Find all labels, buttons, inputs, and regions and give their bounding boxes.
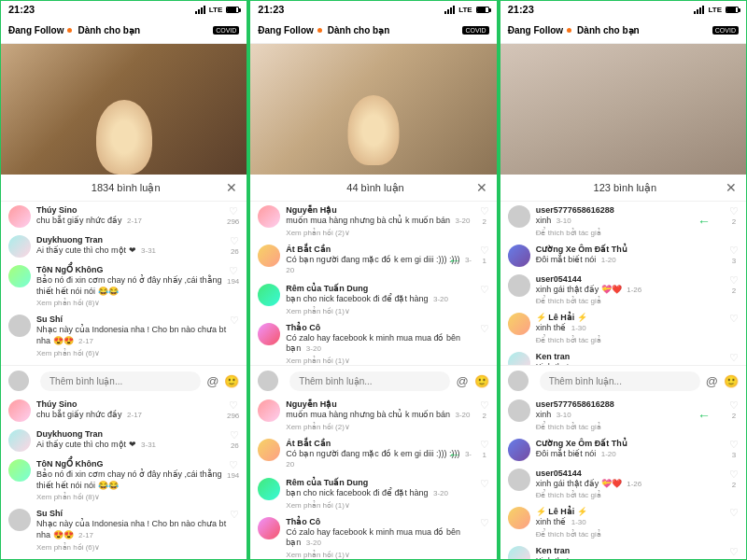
comment-username-center-0: Nguyễn Hậu — [286, 399, 475, 409]
heart-icon-left-1[interactable]: ♡ — [230, 429, 239, 441]
comment-input-bar-center: @ 🙂 — [250, 365, 496, 396]
comment-body-right-3: ⚡ Lê Hải ⚡ xinh thế 1-30 Để thích bởi tá… — [536, 313, 726, 344]
comment-reply-center-2[interactable]: Xem phản hồi (1)∨ — [286, 307, 475, 315]
comment-reply-right-2[interactable]: Để thích bởi tác giả — [536, 297, 726, 305]
avatar-left-1 — [8, 235, 31, 258]
heart-icon-left-0[interactable]: ♡ — [229, 205, 238, 217]
comment-text-center-0: muốn mua hàng nhưng bà chủ k muốn bán 3-… — [286, 216, 475, 227]
likes-count-center-1: 1 — [482, 451, 486, 459]
comment-reply-center-3[interactable]: Xem phản hồi (1)∨ — [286, 357, 475, 365]
comment-likes-center-2: ♡ — [480, 478, 489, 490]
comment-text-right-2: xinh gái thật đấy 💝❤️ 1-26 — [536, 285, 726, 296]
comment-item: user5777658616288 xinh 3-10 Để thích bởi… — [508, 205, 739, 237]
at-icon-left[interactable]: @ — [206, 374, 218, 388]
heart-icon-right-4[interactable]: ♡ — [729, 352, 739, 364]
comment-input-right[interactable] — [540, 371, 700, 391]
comment-likes-right-4: ♡ 2 — [729, 546, 739, 559]
comments-count-right: 123 bình luận — [525, 182, 726, 194]
heart-icon-center-3[interactable]: ♡ — [480, 323, 489, 335]
comment-reply-left-3[interactable]: Xem phản hồi (6)∨ — [36, 349, 226, 357]
heart-icon-center-1[interactable]: ♡ — [480, 245, 489, 257]
comment-reply-center-0[interactable]: Xem phản hồi (2)∨ — [286, 423, 475, 431]
comment-item: Su Shí Nhạc này của Indonesia nha ! Cho … — [8, 315, 239, 357]
comment-item: TôN NgỔ KhônG Bảo nó đi xin cơm chay nó … — [8, 265, 239, 307]
comment-reply-left-2[interactable]: Xem phản hồi (8)∨ — [36, 299, 223, 307]
comment-reply-center-0[interactable]: Xem phản hồi (2)∨ — [286, 229, 475, 237]
heart-icon-right-1[interactable]: ♡ — [729, 439, 739, 451]
comment-reply-right-2[interactable]: Để thích bởi tác giả — [536, 491, 726, 499]
comment-reply-right-0[interactable]: Để thích bởi tác giả — [536, 423, 726, 431]
heart-icon-right-3[interactable]: ♡ — [729, 313, 739, 325]
emoji-icon-right[interactable]: 🙂 — [724, 374, 739, 388]
comment-reply-center-2[interactable]: Xem phản hồi (1)∨ — [286, 501, 475, 510]
heart-icon-center-0[interactable]: ♡ — [480, 399, 489, 412]
nav-danhcho-center[interactable]: Dành cho bạn — [328, 25, 390, 35]
heart-icon-center-2[interactable]: ♡ — [480, 478, 489, 490]
comment-reply-right-3[interactable]: Để thích bởi tác giả — [536, 336, 726, 344]
battery-center — [476, 7, 489, 13]
comment-username-right-3: ⚡ Lê Hải ⚡ — [536, 507, 726, 516]
status-bar-center: 21:23 LTE — [250, 1, 496, 18]
close-btn-left[interactable]: ✕ — [226, 180, 237, 195]
heart-icon-left-2[interactable]: ♡ — [229, 459, 238, 471]
heart-icon-right-4[interactable]: ♡ — [729, 546, 739, 558]
close-btn-center[interactable]: ✕ — [476, 180, 487, 195]
heart-icon-right-0[interactable]: ♡ — [729, 205, 739, 217]
comments-list-center: Nguyễn Hậu muốn mua hàng nhưng bà chủ k … — [250, 396, 496, 559]
comments-section-right: 123 bình luận ✕ user5777658616288 xinh 3… — [500, 175, 746, 559]
comment-reply-center-3[interactable]: Xem phản hồi (1)∨ — [286, 551, 475, 559]
comment-text-right-2: xinh gái thật đấy 💝❤️ 1-26 — [536, 479, 726, 490]
input-avatar-right — [508, 371, 529, 391]
heart-icon-center-3[interactable]: ♡ — [480, 517, 489, 529]
comment-body-left-1: Duykhuong Tran Ai thấy cute thì cho một … — [36, 235, 226, 257]
heart-icon-center-2[interactable]: ♡ — [480, 284, 489, 296]
comments-header-right: 123 bình luận ✕ — [500, 175, 746, 202]
at-icon-center[interactable]: @ — [456, 374, 468, 388]
close-btn-right[interactable]: ✕ — [726, 180, 737, 195]
heart-icon-left-2[interactable]: ♡ — [229, 265, 238, 277]
video-area-right[interactable] — [500, 44, 746, 175]
heart-icon-right-0[interactable]: ♡ — [729, 399, 739, 412]
nav-follow-center[interactable]: Đang Follow — [258, 25, 313, 35]
emoji-icon-left[interactable]: 🙂 — [224, 374, 239, 388]
heart-icon-right-1[interactable]: ♡ — [729, 245, 739, 257]
battery-right — [726, 7, 739, 13]
comment-time-center-0: 3-20 — [455, 411, 470, 419]
nav-left-left: Đang Follow Dành cho bạn — [8, 25, 140, 35]
heart-icon-left-1[interactable]: ♡ — [230, 235, 239, 247]
heart-icon-left-3[interactable]: ♡ — [230, 509, 239, 521]
comment-input-center[interactable] — [289, 371, 450, 391]
heart-icon-center-0[interactable]: ♡ — [480, 205, 489, 217]
comment-input-bar-right: @ 🙂 — [500, 365, 746, 396]
nav-follow-right[interactable]: Đang Follow — [508, 25, 563, 35]
heart-icon-center-1[interactable]: ♡ — [480, 439, 489, 451]
comment-reply-right-3[interactable]: Để thích bởi tác giả — [536, 530, 726, 539]
heart-icon-right-3[interactable]: ♡ — [729, 507, 739, 519]
video-area-center[interactable] — [250, 44, 496, 175]
video-area-left[interactable] — [1, 44, 247, 175]
heart-icon-left-0[interactable]: ♡ — [229, 399, 238, 412]
comment-reply-right-0[interactable]: Để thích bởi tác giả — [536, 229, 726, 237]
heart-icon-left-3[interactable]: ♡ — [230, 315, 239, 327]
avatar-right-3 — [508, 313, 530, 335]
likes-count-right-1: 3 — [732, 451, 736, 459]
comment-body-left-3: Su Shí Nhạc này của Indonesia nha ! Cho … — [36, 509, 226, 551]
comment-time-right-3: 1-30 — [571, 518, 586, 526]
comment-item: Rêm của Tuấn Dung bạn cho nick facebook … — [258, 478, 488, 510]
at-icon-right[interactable]: @ — [706, 374, 718, 388]
comment-reply-left-2[interactable]: Xem phản hồi (8)∨ — [36, 493, 223, 501]
comment-input-left[interactable] — [40, 371, 201, 391]
nav-danhcho-right[interactable]: Dành cho bạn — [577, 25, 640, 35]
heart-icon-right-2[interactable]: ♡ — [729, 274, 739, 287]
comment-body-right-3: ⚡ Lê Hải ⚡ xinh thế 1-30 Để thích bởi tá… — [536, 507, 726, 539]
heart-icon-right-2[interactable]: ♡ — [729, 469, 739, 481]
comment-text-left-0: chu bắt giấy nhức đầy 2-17 — [36, 410, 223, 421]
comment-text-left-3: Nhạc này của Indonesia nha ! Cho bn nào … — [36, 325, 226, 346]
nav-danhcho-left[interactable]: Dành cho bạn — [78, 25, 140, 35]
phone-panel-right: 21:23 LTE Đang Follow Dành cho bạn COVID — [500, 0, 747, 560]
emoji-icon-center[interactable]: 🙂 — [474, 374, 489, 388]
nav-follow-left[interactable]: Đang Follow — [8, 25, 63, 35]
comment-username-left-0: Thúy Sino — [36, 205, 223, 215]
comment-reply-left-3[interactable]: Xem phản hồi (6)∨ — [36, 543, 226, 552]
comment-likes-left-2: ♡ 194 — [227, 265, 239, 286]
